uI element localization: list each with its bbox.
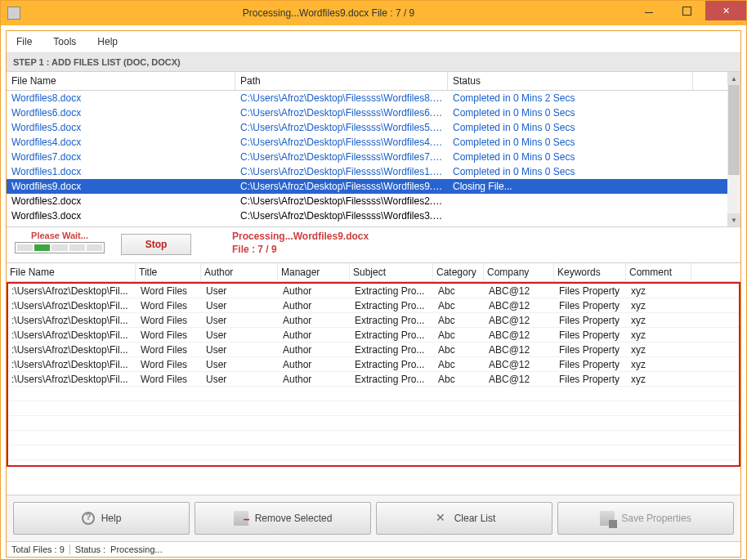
cell-au: User — [203, 357, 280, 371]
cell-kw: Files Property — [556, 284, 628, 298]
cell-ca: Abc — [435, 313, 485, 327]
col-path[interactable]: Path — [235, 72, 448, 90]
table-row[interactable]: Wordfiles7.docxC:\Users\Afroz\Desktop\Fi… — [7, 150, 727, 164]
cell-co: ABC@12 — [485, 313, 556, 327]
table-row[interactable]: :\Users\Afroz\Desktop\Fil...Word FilesUs… — [8, 372, 739, 387]
cell-path: C:\Users\Afroz\Desktop\Filessss\Wordfile… — [235, 120, 448, 135]
cell-cm: xyz — [628, 284, 693, 298]
clear-list-button[interactable]: Clear List — [376, 502, 552, 535]
scroll-down-icon[interactable]: ▼ — [727, 213, 740, 226]
processing-status: Processing...Wordfiles9.docx File : 7 / … — [232, 231, 369, 256]
cell-co: ABC@12 — [485, 298, 556, 312]
cell-ca: Abc — [435, 343, 485, 356]
files-grid-body[interactable]: Wordfiles8.docxC:\Users\Afroz\Desktop\Fi… — [7, 91, 727, 223]
col-filename[interactable]: File Name — [7, 72, 235, 90]
table-row[interactable]: :\Users\Afroz\Desktop\Fil...Word FilesUs… — [8, 298, 739, 313]
progress-panel: Please Wait... Stop Processing...Wordfil… — [7, 227, 740, 263]
remove-selected-button[interactable]: Remove Selected — [195, 502, 371, 535]
maximize-button[interactable] — [668, 1, 705, 20]
table-row[interactable]: :\Users\Afroz\Desktop\Fil...Word FilesUs… — [8, 284, 739, 298]
col2-keywords[interactable]: Keywords — [554, 263, 626, 281]
cell-status: Completed in 0 Mins 0 Secs — [448, 164, 693, 179]
cell-su: Extracting Pro... — [351, 328, 435, 342]
clear-icon — [433, 511, 448, 526]
menu-file[interactable]: File — [13, 34, 35, 49]
files-scrollbar[interactable]: ▲ ▼ — [727, 72, 740, 226]
minimize-button[interactable] — [630, 1, 668, 20]
cell-cm: xyz — [628, 343, 693, 356]
processing-line1: Processing...Wordfiles9.docx — [232, 231, 369, 244]
cell-fn: Wordfiles1.docx — [7, 164, 235, 179]
table-row[interactable]: :\Users\Afroz\Desktop\Fil...Word FilesUs… — [8, 313, 739, 328]
table-row[interactable]: Wordfiles5.docxC:\Users\Afroz\Desktop\Fi… — [7, 120, 727, 135]
cell-su: Extracting Pro... — [351, 313, 435, 327]
cell-mg: Author — [280, 298, 351, 312]
col2-manager[interactable]: Manager — [278, 263, 350, 281]
cell-path: C:\Users\Afroz\Desktop\Filessss\Wordfile… — [235, 208, 448, 223]
cell-fn: Wordfiles9.docx — [7, 179, 235, 194]
col-status[interactable]: Status — [448, 72, 693, 90]
table-row[interactable]: Wordfiles4.docxC:\Users\Afroz\Desktop\Fi… — [7, 135, 727, 150]
table-row-empty — [8, 431, 739, 446]
button-bar: Help Remove Selected Clear List Save Pro… — [7, 495, 740, 541]
cell-status: Completed in 0 Mins 0 Secs — [448, 105, 693, 120]
properties-grid: File Name Title Author Manager Subject C… — [7, 263, 740, 495]
col2-filename[interactable]: File Name — [7, 263, 136, 281]
table-row[interactable]: :\Users\Afroz\Desktop\Fil...Word FilesUs… — [8, 328, 739, 343]
table-row[interactable]: Wordfiles6.docxC:\Users\Afroz\Desktop\Fi… — [7, 105, 727, 120]
col2-title[interactable]: Title — [136, 263, 201, 281]
help-button[interactable]: Help — [13, 502, 190, 535]
cell-path: C:\Users\Afroz\Desktop\Filessss\Wordfile… — [235, 150, 448, 164]
table-row[interactable]: Wordfiles2.docxC:\Users\Afroz\Desktop\Fi… — [7, 194, 727, 208]
cell-su: Extracting Pro... — [351, 343, 435, 356]
window-title: Processing...Wordfiles9.docx File : 7 / … — [27, 7, 630, 19]
cell-mg: Author — [280, 357, 351, 371]
cell-kw: Files Property — [556, 372, 628, 386]
table-row[interactable]: Wordfiles9.docxC:\Users\Afroz\Desktop\Fi… — [7, 179, 727, 194]
cell-mg: Author — [280, 372, 351, 386]
cell-au: User — [203, 284, 280, 298]
cell-mg: Author — [280, 313, 351, 327]
menu-tools[interactable]: Tools — [50, 34, 79, 49]
col2-subject[interactable]: Subject — [350, 263, 433, 281]
scroll-up-icon[interactable]: ▲ — [727, 72, 740, 85]
properties-grid-header: File Name Title Author Manager Subject C… — [7, 263, 740, 282]
cell-fn: :\Users\Afroz\Desktop\Fil... — [8, 284, 137, 298]
table-row[interactable]: Wordfiles8.docxC:\Users\Afroz\Desktop\Fi… — [7, 91, 727, 105]
cell-au: User — [203, 313, 280, 327]
cell-mg: Author — [280, 328, 351, 342]
table-row[interactable]: :\Users\Afroz\Desktop\Fil...Word FilesUs… — [8, 343, 739, 357]
col2-company[interactable]: Company — [484, 263, 554, 281]
properties-grid-body[interactable]: :\Users\Afroz\Desktop\Fil...Word FilesUs… — [7, 282, 740, 467]
menu-help[interactable]: Help — [94, 34, 121, 49]
table-row[interactable]: Wordfiles1.docxC:\Users\Afroz\Desktop\Fi… — [7, 164, 727, 179]
cell-cm: xyz — [628, 328, 693, 342]
cell-ti: Word Files — [137, 343, 203, 356]
remove-icon — [234, 511, 248, 526]
save-properties-button[interactable]: Save Properties — [557, 502, 734, 535]
cell-path: C:\Users\Afroz\Desktop\Filessss\Wordfile… — [235, 91, 448, 105]
cell-ca: Abc — [435, 372, 485, 386]
cell-kw: Files Property — [556, 357, 628, 371]
cell-status: Completed in 0 Mins 2 Secs — [448, 91, 693, 105]
stop-button[interactable]: Stop — [121, 234, 191, 255]
cell-fn: :\Users\Afroz\Desktop\Fil... — [8, 298, 137, 312]
cell-su: Extracting Pro... — [351, 284, 435, 298]
progress-bar — [15, 242, 105, 253]
files-grid-header: File Name Path Status — [7, 72, 727, 91]
table-row[interactable]: :\Users\Afroz\Desktop\Fil...Word FilesUs… — [8, 357, 739, 372]
scroll-thumb[interactable] — [728, 85, 740, 175]
col2-comment[interactable]: Comment — [626, 263, 691, 281]
save-icon — [600, 511, 615, 526]
close-button[interactable] — [705, 1, 746, 20]
clear-label: Clear List — [454, 513, 496, 524]
processing-line2: File : 7 / 9 — [232, 244, 369, 257]
table-row[interactable]: Wordfiles3.docxC:\Users\Afroz\Desktop\Fi… — [7, 208, 727, 223]
col2-author[interactable]: Author — [201, 263, 278, 281]
col2-category[interactable]: Category — [433, 263, 484, 281]
cell-fn: :\Users\Afroz\Desktop\Fil... — [8, 372, 137, 386]
cell-cm: xyz — [628, 313, 693, 327]
status-bar: Total Files : 9 Status : Processing... — [7, 541, 740, 557]
cell-kw: Files Property — [556, 313, 628, 327]
cell-au: User — [203, 343, 280, 356]
